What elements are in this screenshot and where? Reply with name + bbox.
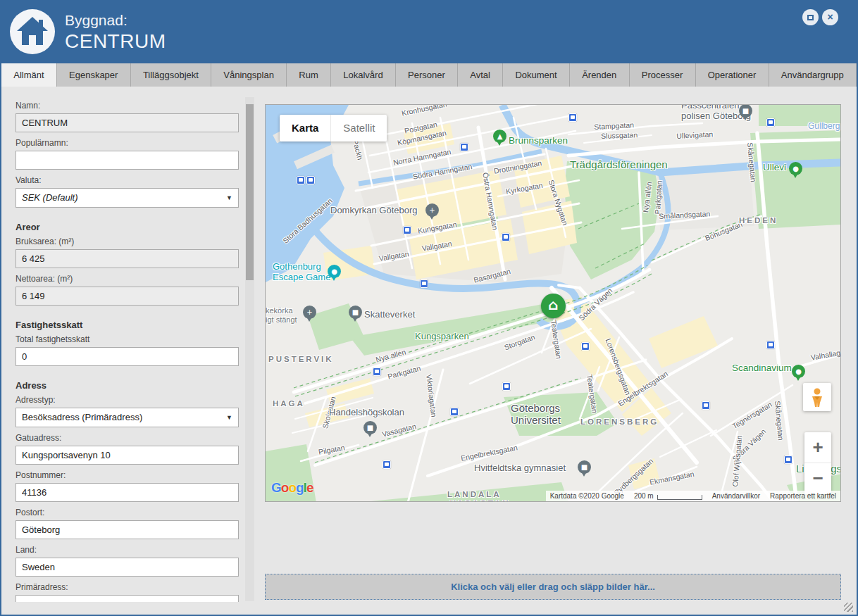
tab-avtal[interactable]: Avtal: [458, 63, 503, 87]
window-resize-handle[interactable]: [844, 603, 853, 612]
tab-användargrupp[interactable]: Användargrupp: [769, 63, 857, 87]
valuta-select[interactable]: SEK (Default)▼: [15, 188, 239, 208]
app-window: Byggnad: CENTRUM × AllmäntEgenskaperTill…: [0, 0, 858, 616]
land-label: Land:: [15, 545, 240, 555]
adresstyp-select[interactable]: Besöksadress (Primäradress)▼: [15, 408, 239, 427]
google-logo-letter: o: [288, 480, 296, 495]
valuta-label: Valuta:: [15, 175, 240, 186]
chevron-down-icon: ▼: [226, 408, 232, 427]
section-heading-areor: Areor: [15, 222, 240, 232]
map-canvas: [266, 105, 841, 502]
maximize-button[interactable]: [802, 9, 819, 25]
tab-våningsplan[interactable]: Våningsplan: [211, 63, 287, 87]
tab-operationer[interactable]: Operationer: [696, 63, 769, 87]
tab-bar: AllmäntEgenskaperTilläggsobjektVåningspl…: [1, 63, 857, 87]
map-scale-bar: [657, 495, 702, 500]
adresstyp-label: Adresstyp:: [15, 395, 240, 406]
content-area: Namn:Populärnamn:Valuta:SEK (Default)▼Ar…: [1, 87, 857, 615]
title-object-type: Byggnad:: [65, 11, 166, 30]
map-zoom-control: + −: [804, 432, 831, 494]
namn-label: Namn:: [15, 101, 240, 111]
tab-egenskaper[interactable]: Egenskaper: [57, 63, 131, 87]
tab-dokument[interactable]: Dokument: [503, 63, 570, 87]
bruksarea-label: Bruksarea: (m²): [15, 237, 240, 247]
chevron-down-icon: ▼: [226, 189, 232, 207]
google-logo-letter: G: [271, 480, 281, 495]
total-fastighetsskatt-field[interactable]: [15, 347, 239, 366]
gatuadress-label: Gatuadress:: [15, 433, 240, 444]
popularnamn-label: Populärnamn:: [15, 138, 240, 149]
title-object-name: CENTRUM: [65, 30, 166, 54]
map-type-switcher: KartaSatellit: [280, 115, 387, 142]
street-view-pegman-button[interactable]: [803, 383, 831, 411]
google-logo-letter: o: [281, 480, 289, 495]
tab-personer[interactable]: Personer: [396, 63, 458, 87]
bruksarea-field[interactable]: [15, 249, 239, 268]
google-logo: Google: [271, 480, 313, 496]
nettoarea-field[interactable]: [15, 287, 239, 306]
postnummer-label: Postnummer:: [15, 470, 240, 481]
google-logo-letter: e: [306, 480, 313, 495]
map-scale: 200 m: [634, 492, 702, 500]
tab-allmänt[interactable]: Allmänt: [1, 63, 57, 87]
primaradress-field[interactable]: [15, 595, 239, 602]
image-dropzone[interactable]: Klicka och välj eller drag och släpp bil…: [265, 574, 841, 600]
tab-ärenden[interactable]: Ärenden: [570, 63, 630, 87]
nettoarea-label: Nettoarea: (m²): [15, 274, 240, 284]
google-logo-letter: g: [296, 480, 304, 495]
tab-tilläggsobjekt[interactable]: Tilläggsobjekt: [131, 63, 211, 87]
map-attribution: Kartdata ©2020 Google 200 m Användarvill…: [546, 491, 840, 501]
postort-label: Postort:: [15, 508, 240, 518]
title-bar: Byggnad: CENTRUM ×: [1, 1, 857, 63]
map-copyright: Kartdata ©2020 Google: [550, 492, 624, 500]
scrollbar-thumb[interactable]: [246, 104, 254, 280]
postnummer-field[interactable]: [15, 483, 239, 502]
popularnamn-field[interactable]: [15, 151, 239, 170]
zoom-in-button[interactable]: +: [804, 432, 831, 463]
section-heading-fastighetsskatt: Fastighetsskatt: [15, 320, 240, 330]
page-title: Byggnad: CENTRUM: [65, 11, 166, 54]
namn-field[interactable]: [15, 113, 239, 132]
map-mode-karta-button[interactable]: Karta: [280, 115, 330, 142]
form-scrollbar[interactable]: [245, 97, 254, 601]
map-scale-label: 200 m: [634, 492, 654, 500]
close-button[interactable]: ×: [822, 9, 838, 25]
map-widget[interactable]: KronhusgatanPostgatanKöpmansgatanNorra H…: [265, 104, 841, 502]
postort-field[interactable]: [15, 520, 239, 539]
tab-lokalvård[interactable]: Lokalvård: [331, 63, 396, 87]
section-heading-adress: Adress: [15, 380, 240, 391]
building-logo: [10, 9, 55, 54]
primaradress-label: Primäradress:: [15, 582, 240, 593]
tab-rum[interactable]: Rum: [287, 63, 331, 87]
map-mode-satellit-button[interactable]: Satellit: [330, 115, 387, 142]
terms-link[interactable]: Användarvillkor: [712, 492, 760, 500]
building-form: Namn:Populärnamn:Valuta:SEK (Default)▼Ar…: [15, 101, 240, 602]
house-icon: [10, 9, 55, 54]
zoom-out-button[interactable]: −: [804, 463, 831, 494]
pegman-icon: [803, 383, 831, 411]
report-map-error-link[interactable]: Rapportera ett kartfel: [770, 492, 836, 500]
maximize-icon: [807, 15, 814, 20]
adresstyp-value: Besöksadress (Primäradress): [22, 412, 142, 422]
land-field[interactable]: [15, 558, 239, 577]
total-fastighetsskatt-label: Total fastighetsskatt: [15, 334, 240, 345]
tab-processer[interactable]: Processer: [630, 63, 696, 87]
valuta-value: SEK (Default): [22, 192, 77, 203]
gatuadress-field[interactable]: [15, 446, 239, 465]
